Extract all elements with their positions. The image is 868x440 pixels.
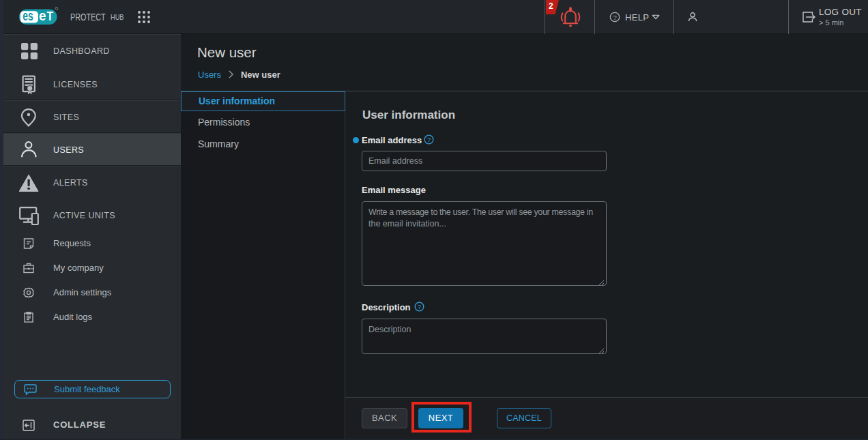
svg-text:e: e — [39, 8, 46, 23]
svg-text:?: ? — [613, 14, 617, 21]
svg-text:?: ? — [418, 304, 421, 310]
svg-text:T: T — [47, 10, 54, 23]
svg-text:?: ? — [427, 136, 431, 143]
svg-text:es: es — [23, 8, 33, 23]
